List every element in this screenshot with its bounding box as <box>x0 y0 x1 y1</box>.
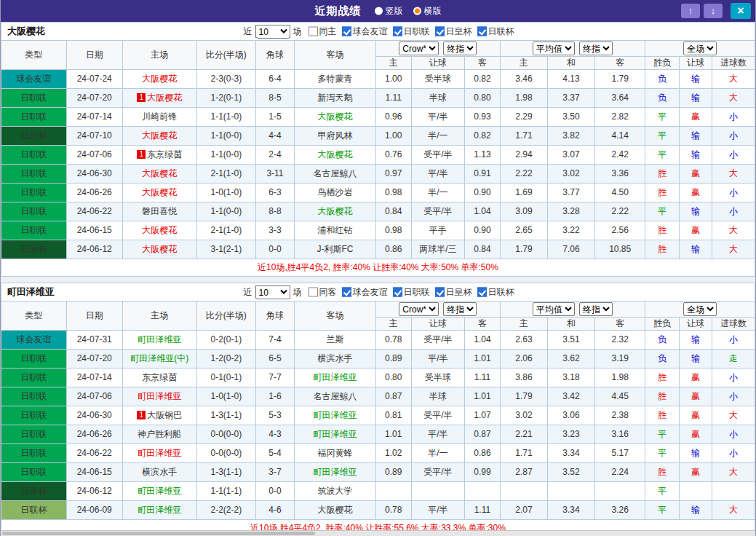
avg-home-cell: 2.65 <box>500 221 547 240</box>
score-cell: 1-0(1-0) <box>196 184 255 202</box>
column-header-3: 比分(半场) <box>196 302 255 331</box>
league-checkbox-1[interactable]: 日职联 <box>393 286 430 299</box>
away-team-name: 町田泽维亚 <box>313 410 357 420</box>
scrollbar-thumb[interactable] <box>2 532 315 535</box>
odds-home-cell: 1.11 <box>375 89 411 108</box>
league-checkbox-2[interactable]: 日皇杯 <box>435 286 472 299</box>
league-checkbox-3[interactable]: 日联杯 <box>477 25 514 38</box>
away-team-name: 大阪樱花 <box>317 206 352 216</box>
scroll-up-button[interactable]: ↑ <box>681 4 700 18</box>
avg-home-cell: 2.06 <box>500 350 547 368</box>
average-select[interactable]: 平均值 <box>533 42 575 55</box>
result-handicap-cell: 赢 <box>680 184 712 202</box>
odds-home-cell: 0.98 <box>375 184 411 202</box>
group1-subcol-0: 主 <box>375 318 411 331</box>
checkbox-label: 日职联 <box>404 286 430 299</box>
league-checkbox-2[interactable]: 日皇杯 <box>435 25 472 38</box>
result-goals-cell: 小 <box>712 202 755 221</box>
avg-home-cell <box>500 482 547 501</box>
home-team-name: 町田泽维亚 <box>138 486 181 496</box>
league-checkbox-0[interactable]: 球会友谊 <box>342 25 388 38</box>
result-goals-cell: 大 <box>712 70 755 89</box>
match-type-cell: 日职联 <box>1 463 67 482</box>
league-checkbox-3[interactable]: 日联杯 <box>477 286 514 299</box>
odds-stage-select[interactable]: 终指 <box>443 302 477 316</box>
group3-subcol-1: 让球 <box>680 318 712 331</box>
checkbox-label: 球会友谊 <box>353 25 388 38</box>
result-handicap-cell: 赢 <box>680 387 712 406</box>
match-count-select[interactable]: 10 <box>255 25 290 39</box>
match-row: 日职联24-07-14川崎前锋1-1(1-0)1-5大阪樱花0.96平/半0.9… <box>1 108 755 127</box>
column-header-2: 主场 <box>122 302 196 331</box>
result-outcome-cell: 胜 <box>645 368 680 387</box>
home-team-name: 大阪樱花 <box>142 168 177 178</box>
away-team-cell: J-利斯FC <box>294 240 375 259</box>
results-table: 类型日期主场比分(半场)角球客场Crow*终指平均值终指全场主让球客主和客胜负让… <box>1 40 755 277</box>
bookmaker-select[interactable]: Crow* <box>399 302 439 316</box>
same-venue-checkbox[interactable]: 同客 <box>309 286 337 299</box>
league-checkbox-0[interactable]: 球会友谊 <box>342 286 388 299</box>
score-cell: 1-1(0-0) <box>196 146 255 165</box>
avg-stage-select[interactable]: 终指 <box>579 302 613 316</box>
match-row: 日职联24-06-30大阪樱花2-1(1-0)3-11名古屋鲸八0.97平/半0… <box>1 165 755 184</box>
odds-home-cell: 0.84 <box>375 202 411 221</box>
horizontal-scrollbar[interactable] <box>1 530 755 536</box>
score-cell: 2-1(1-0) <box>196 221 255 240</box>
odds-home-cell: 1.01 <box>375 425 411 444</box>
avg-away-cell: 2.56 <box>595 221 645 240</box>
match-count-select[interactable]: 10 <box>255 285 290 299</box>
result-outcome-cell: 胜 <box>645 165 680 184</box>
score-cell: 2-1(1-0) <box>196 165 255 184</box>
match-type-cell: 日联杯 <box>1 501 67 520</box>
layout-radio-vertical[interactable]: 竖版 <box>375 5 403 17</box>
result-handicap-cell: 赢 <box>680 368 712 387</box>
odds-handicap-cell: 半/一 <box>411 184 464 202</box>
odds-away-cell: 1.11 <box>464 501 500 520</box>
column-header-4: 角球 <box>256 302 295 331</box>
layout-radio-horizontal[interactable]: 横版 <box>413 5 442 17</box>
odds-home-cell: 0.86 <box>375 240 411 259</box>
league-checkbox-1[interactable]: 日职联 <box>393 25 430 38</box>
avg-home-cell: 3.46 <box>500 70 547 89</box>
group1-subcol-0: 主 <box>375 57 411 70</box>
away-team-cell: 横滨水手 <box>294 350 375 368</box>
average-select[interactable]: 平均值 <box>533 302 575 316</box>
avg-stage-select[interactable]: 终指 <box>579 42 613 55</box>
close-button[interactable]: × <box>731 3 751 19</box>
scroll-down-button[interactable]: ↓ <box>704 4 723 18</box>
home-team-name: 大阪樱花 <box>147 92 182 103</box>
avg-away-cell: 4.50 <box>595 184 645 202</box>
team-name: 大阪樱花 <box>7 25 45 38</box>
odds-handicap-cell: 受平/半 <box>411 331 464 350</box>
corners-cell: 4-3 <box>256 425 295 444</box>
match-type-cell: 日皇杯 <box>1 482 67 501</box>
home-team-cell: 1大阪钢巴 <box>122 406 196 425</box>
scope-select[interactable]: 全场 <box>683 302 717 316</box>
column-header-1: 日期 <box>66 41 122 70</box>
avg-home-cell: 2.63 <box>500 331 547 350</box>
odds-home-cell: 0.78 <box>375 331 411 350</box>
result-handicap-cell: 输 <box>680 70 712 89</box>
home-team-name: 横滨水手 <box>142 467 177 477</box>
away-team-cell: 鸟栖沙岩 <box>294 184 375 202</box>
odds-home-cell: 0.98 <box>375 221 411 240</box>
avg-away-cell: 2.22 <box>595 202 645 221</box>
group2-subcol-0: 主 <box>500 57 547 70</box>
odds-away-cell: 0.84 <box>464 240 500 259</box>
result-handicap-cell: 输 <box>680 240 712 259</box>
away-team-name: 横滨水手 <box>317 353 352 363</box>
result-handicap-cell: 赢 <box>680 108 712 127</box>
scope-select[interactable]: 全场 <box>683 42 717 55</box>
result-outcome-cell: 胜 <box>645 387 680 406</box>
match-date-cell: 24-07-10 <box>66 127 122 146</box>
avg-draw-cell: 3.18 <box>547 368 594 387</box>
odds-stage-select[interactable]: 终指 <box>443 42 477 55</box>
layout-radio-group: 竖版横版 <box>375 5 442 17</box>
home-team-cell: 大阪樱花 <box>122 165 196 184</box>
odds-away-cell <box>464 482 500 501</box>
result-outcome-cell: 平 <box>645 202 680 221</box>
away-team-cell: 甲府风林 <box>294 127 375 146</box>
bookmaker-select[interactable]: Crow* <box>399 42 439 55</box>
checkbox-icon <box>309 288 318 297</box>
same-venue-checkbox[interactable]: 同主 <box>309 25 337 38</box>
